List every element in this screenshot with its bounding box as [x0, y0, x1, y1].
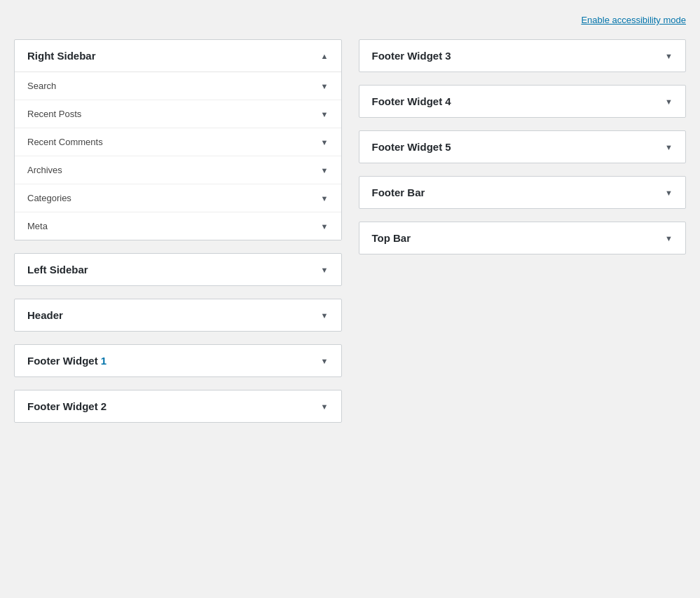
footer-widget-3-chevron-icon: [665, 51, 673, 61]
footer-widget-1[interactable]: Footer Widget 1: [14, 344, 342, 377]
right-column: Footer Widget 3 Footer Widget 4 Footer W…: [359, 39, 687, 267]
widget-item-recent-comments-chevron-icon: [321, 137, 329, 147]
right-sidebar-items: Search Recent Posts Recent Comments Arch…: [15, 72, 341, 240]
right-sidebar-chevron-icon: [321, 51, 329, 61]
left-sidebar-chevron-icon: [321, 265, 329, 275]
widget-item-meta[interactable]: Meta: [15, 212, 341, 240]
top-bar-label: Top Bar: [372, 232, 411, 244]
footer-widget-2-chevron-icon: [321, 402, 329, 412]
widget-item-archives[interactable]: Archives: [15, 156, 341, 184]
header-widget[interactable]: Header: [14, 299, 342, 332]
footer-bar-widget[interactable]: Footer Bar: [359, 176, 687, 209]
widget-item-search[interactable]: Search: [15, 72, 341, 100]
top-bar: Enable accessibility mode: [14, 14, 686, 25]
footer-widget-5[interactable]: Footer Widget 5: [359, 130, 687, 163]
footer-widget-3-label: Footer Widget 3: [372, 50, 451, 62]
footer-widget-1-chevron-icon: [321, 356, 329, 366]
widget-item-categories-label: Categories: [27, 193, 71, 203]
widget-item-meta-chevron-icon: [321, 222, 329, 231]
header-label: Header: [27, 309, 63, 321]
footer-widget-1-label: Footer Widget 1: [27, 355, 107, 367]
top-bar-chevron-icon: [665, 233, 673, 243]
footer-widget-2-label: Footer Widget 2: [27, 400, 107, 412]
footer-bar-chevron-icon: [665, 188, 673, 198]
footer-bar-label: Footer Bar: [372, 186, 425, 198]
widget-item-recent-posts-label: Recent Posts: [27, 109, 81, 119]
left-sidebar-widget[interactable]: Left Sidebar: [14, 253, 342, 286]
widget-item-categories[interactable]: Categories: [15, 184, 341, 212]
widget-item-recent-posts-chevron-icon: [321, 109, 329, 119]
footer-widget-4-chevron-icon: [665, 97, 673, 107]
footer-widget-5-chevron-icon: [665, 142, 673, 152]
top-bar-widget[interactable]: Top Bar: [359, 222, 687, 254]
footer-widget-4[interactable]: Footer Widget 4: [359, 85, 687, 118]
header-chevron-icon: [321, 311, 329, 320]
right-sidebar-group: Right Sidebar Search Recent Posts Recent…: [14, 39, 342, 240]
widget-item-recent-comments[interactable]: Recent Comments: [15, 128, 341, 156]
widget-item-recent-comments-label: Recent Comments: [27, 137, 103, 147]
right-sidebar-header[interactable]: Right Sidebar: [15, 40, 341, 72]
widget-item-recent-posts[interactable]: Recent Posts: [15, 100, 341, 128]
widget-item-categories-chevron-icon: [321, 193, 329, 203]
footer-widget-4-label: Footer Widget 4: [372, 95, 451, 107]
left-sidebar-label: Left Sidebar: [27, 264, 88, 276]
widget-item-search-label: Search: [27, 81, 56, 91]
widget-item-meta-label: Meta: [27, 221, 48, 231]
widget-item-archives-chevron-icon: [321, 165, 329, 175]
widget-item-archives-label: Archives: [27, 165, 62, 175]
widget-item-search-chevron-icon: [321, 81, 329, 91]
footer-widget-5-label: Footer Widget 5: [372, 141, 451, 153]
left-column: Right Sidebar Search Recent Posts Recent…: [14, 39, 342, 435]
footer-widget-2[interactable]: Footer Widget 2: [14, 390, 342, 423]
accessibility-link[interactable]: Enable accessibility mode: [581, 15, 686, 25]
right-sidebar-label: Right Sidebar: [27, 50, 96, 62]
footer-widget-3[interactable]: Footer Widget 3: [359, 39, 687, 72]
